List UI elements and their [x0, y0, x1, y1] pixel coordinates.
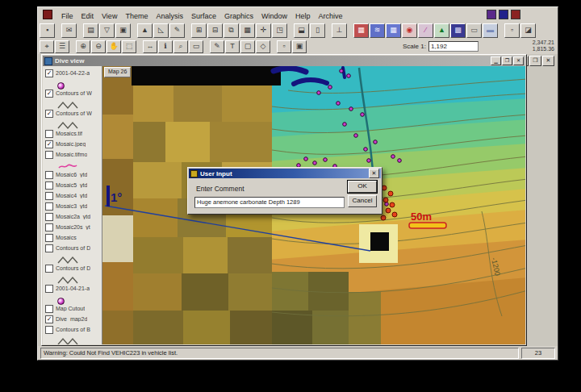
layer-checkbox[interactable] — [45, 265, 53, 273]
layer-item[interactable]: Mosaic5_ytd — [44, 180, 102, 190]
pencil-icon[interactable]: ✎ — [210, 40, 224, 53]
red-grid-icon[interactable]: ▦ — [353, 23, 369, 38]
mini-grid-icon[interactable]: ▣ — [292, 40, 307, 53]
layer-item[interactable]: Mosaic20s_yt — [44, 222, 102, 232]
angle-icon[interactable]: ◺ — [153, 23, 169, 38]
layer-checkbox[interactable] — [45, 305, 53, 313]
blue-waves-icon[interactable]: ≋ — [370, 23, 385, 38]
list-icon[interactable]: ☰ — [55, 40, 69, 53]
select-box-icon[interactable]: ⬚ — [122, 40, 136, 53]
layer-item[interactable]: ✓Contours of W — [44, 88, 102, 98]
blue-bar-icon[interactable]: ▬ — [483, 23, 498, 38]
layer-checkbox[interactable] — [45, 213, 53, 221]
zoom-selected-icon[interactable]: ⊟ — [207, 23, 223, 38]
layer-checkbox[interactable]: ✓ — [45, 140, 53, 148]
mdi-restore-icon[interactable]: ❐ — [529, 56, 541, 66]
menu-window[interactable]: Window — [257, 10, 291, 22]
hand-pan-icon[interactable]: ✋ — [107, 40, 121, 53]
blank-box-icon[interactable]: ▢ — [240, 40, 255, 53]
menu-graphics[interactable]: Graphics — [220, 10, 257, 22]
table-icon[interactable]: ▤ — [83, 23, 98, 38]
menu-file[interactable]: File — [57, 10, 77, 22]
diamond-icon[interactable]: ◇ — [256, 40, 270, 53]
menu-archive[interactable]: Archive — [315, 10, 347, 22]
menu-surface[interactable]: Surface — [187, 10, 220, 22]
corner-box-icon[interactable]: ◪ — [520, 23, 536, 38]
layer-checkbox[interactable] — [45, 202, 53, 211]
layer-item[interactable]: ✓Mosaic.jpeg — [44, 139, 102, 149]
layer-checkbox[interactable] — [45, 285, 53, 293]
label-box-icon[interactable]: ▭ — [189, 40, 203, 53]
layer-item[interactable]: Map Cutout — [44, 303, 102, 314]
ok-button[interactable]: OK — [348, 181, 377, 193]
scale-input[interactable]: 1,192 — [428, 41, 479, 52]
layer-checkbox[interactable]: ✓ — [45, 315, 53, 323]
crosshair-icon[interactable]: ⌖ — [40, 40, 54, 53]
zoom-out-icon[interactable]: ⊖ — [91, 40, 106, 53]
pink-slash-icon[interactable]: ∕ — [418, 23, 433, 38]
mini-box-icon[interactable]: ▫ — [277, 40, 291, 53]
layer-item[interactable]: Mosaic4_ytd — [44, 190, 102, 201]
layer-checkbox[interactable] — [45, 151, 53, 159]
layer-item[interactable]: ✓Dive_map2d — [44, 314, 102, 324]
triangle-up-icon[interactable]: ▲ — [137, 23, 153, 38]
zoom-extent-icon[interactable]: ⊞ — [191, 23, 207, 38]
gray-bar-icon[interactable]: ▭ — [466, 23, 482, 38]
dialog-titlebar[interactable]: User Input ✕ — [189, 169, 381, 178]
layer-item[interactable]: ✓2001-04-22-a — [44, 68, 102, 78]
chart-icon[interactable]: ▣ — [115, 23, 131, 38]
map-tag[interactable]: Map 26 — [104, 67, 131, 77]
find-icon[interactable]: ⌕ — [173, 40, 188, 53]
layer-checkbox[interactable]: ✓ — [45, 69, 53, 77]
layer-checkbox[interactable] — [45, 181, 53, 190]
layer-checkbox[interactable] — [45, 234, 53, 242]
layer-item[interactable]: Contours of D — [44, 243, 102, 253]
menu-help[interactable]: Help — [291, 10, 315, 22]
red-target-icon[interactable]: ◉ — [402, 23, 417, 38]
view-minimize-icon[interactable]: ▁ — [491, 56, 501, 65]
square-icon[interactable]: ▪ — [40, 23, 55, 38]
text-tool-icon[interactable]: T — [225, 40, 240, 53]
menu-edit[interactable]: Edit — [77, 10, 98, 22]
window-icon[interactable]: ◳ — [272, 23, 287, 38]
identify-icon[interactable]: ℹ — [158, 40, 173, 53]
layer-item[interactable]: Mosaics — [44, 232, 102, 243]
close-icon[interactable]: ✕ — [369, 169, 379, 178]
page-icon[interactable]: ▯ — [310, 23, 325, 38]
layer-checkbox[interactable] — [45, 171, 53, 179]
blue-grid-icon[interactable]: ▦ — [386, 23, 401, 38]
down-arrow-icon[interactable]: ⊥ — [332, 23, 347, 38]
layer-checkbox[interactable]: ✓ — [45, 90, 53, 98]
grid-icon[interactable]: ▦ — [240, 23, 255, 38]
mail-icon[interactable]: ✉ — [61, 23, 77, 38]
layer-checkbox[interactable] — [45, 130, 53, 138]
layer-checkbox[interactable]: ✓ — [45, 110, 53, 118]
half-box-icon[interactable]: ⬓ — [294, 23, 309, 38]
menu-analysis[interactable]: Analysis — [152, 10, 187, 22]
small-box-icon[interactable]: ▫ — [504, 23, 520, 38]
green-tree-icon[interactable]: ▲ — [434, 23, 449, 38]
zoom-in-icon[interactable]: ⊕ — [76, 40, 90, 53]
purple-grid-icon[interactable]: ▩ — [450, 23, 466, 38]
layer-checkbox[interactable] — [45, 223, 53, 231]
layer-item[interactable]: Mosaic3_ytd — [44, 201, 102, 211]
measure-icon[interactable]: ↔ — [143, 40, 157, 53]
mdi-close-icon[interactable]: ✕ — [542, 56, 554, 66]
draw-icon[interactable]: ✎ — [169, 23, 185, 38]
select-arrow-icon[interactable]: ▽ — [99, 23, 115, 38]
comment-input[interactable]: Huge anemone carbonate Depth 1289 — [194, 197, 345, 208]
view-titlebar[interactable]: Dive view ▁❐✕ — [43, 56, 525, 66]
layer-item[interactable]: Mosaic.tifmo — [44, 149, 102, 160]
menu-theme[interactable]: Theme — [121, 10, 152, 22]
layers-icon[interactable]: ⧉ — [224, 23, 239, 38]
cancel-button[interactable]: Cancel — [348, 195, 377, 207]
pan-cross-icon[interactable]: ✛ — [256, 23, 271, 38]
layer-checkbox[interactable] — [45, 192, 53, 200]
layer-checkbox[interactable] — [45, 326, 53, 334]
menu-view[interactable]: View — [98, 10, 121, 22]
view-close-icon[interactable]: ✕ — [513, 56, 524, 65]
layer-checkbox[interactable] — [45, 244, 53, 252]
layer-item[interactable]: Mosaic2a_ytd — [44, 211, 102, 222]
layer-item[interactable]: Contours of B — [44, 324, 102, 335]
view-restore-icon[interactable]: ❐ — [502, 56, 512, 65]
